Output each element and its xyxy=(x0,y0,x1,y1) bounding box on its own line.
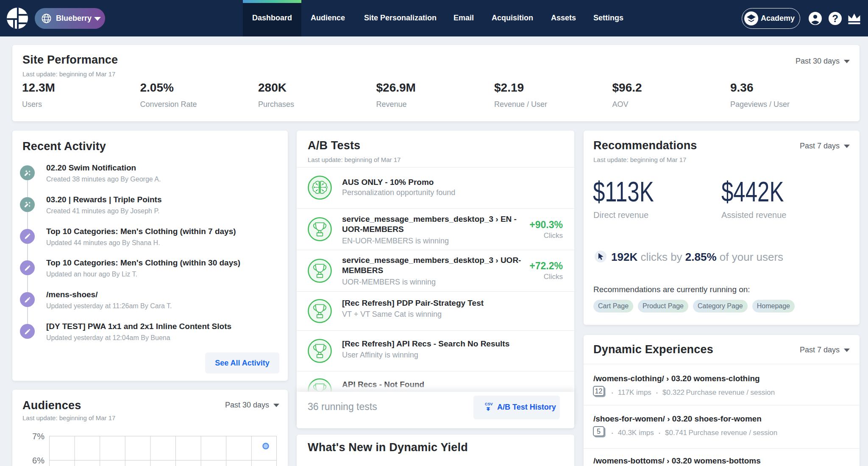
svg-text:CSV: CSV xyxy=(485,402,493,406)
